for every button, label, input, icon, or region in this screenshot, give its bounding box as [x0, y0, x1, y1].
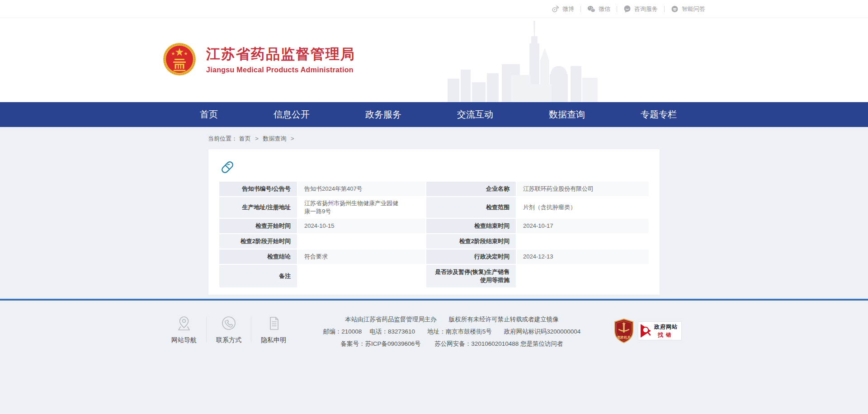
field-value: 告知书2024年第407号 [298, 182, 425, 196]
shield-badge-label: 党政机关 [617, 335, 631, 339]
field-value: 2024-12-13 [517, 249, 649, 264]
table-row: 备注 是否涉及暂停(恢复)生产销售使用等措施 [219, 265, 649, 287]
field-label: 检查结束时间 [426, 219, 516, 233]
smart-qa-link[interactable]: 智能问答 [671, 5, 705, 13]
table-row: 告知书编号/公告号 告知书2024年第407号 企业名称 江苏联环药业股份有限公… [219, 182, 649, 196]
field-value: 江苏省扬州市扬州生物健康产业园健康一路9号 [298, 197, 425, 218]
error-report-badge[interactable]: 政府网站 找错 [638, 321, 682, 340]
brand-block[interactable]: 江苏省药品监督管理局 Jiangsu Medical Products Admi… [163, 42, 355, 76]
footer-link-contact[interactable]: 联系方式 [212, 315, 245, 344]
footer-copyright-line: 本站由江苏省药品监督管理局主办 版权所有未经许可禁止转载或者建立镜像 [301, 313, 603, 325]
top-utility-bar: 微博 微信 咨询服务 [0, 0, 868, 18]
footer-link-divider [206, 317, 207, 343]
city-skyline-graphic [448, 21, 604, 102]
field-value: 江苏联环药业股份有限公司 [517, 182, 649, 196]
consult-service-link[interactable]: 咨询服务 [623, 5, 658, 13]
footer-link-label: 网站导航 [167, 336, 201, 344]
site-title: 江苏省药品监督管理局 [206, 45, 355, 64]
weibo-label: 微博 [562, 5, 574, 13]
national-emblem-icon [163, 42, 196, 76]
site-header: 江苏省药品监督管理局 Jiangsu Medical Products Admi… [0, 18, 868, 102]
field-value [298, 234, 425, 249]
table-row: 生产地址/注册地址 江苏省扬州市扬州生物健康产业园健康一路9号 检查范围 片剂（… [219, 197, 649, 218]
field-label: 是否涉及暂停(恢复)生产销售使用等措施 [426, 265, 516, 287]
phone-icon [220, 315, 237, 332]
primary-nav: 首页 信息公开 政务服务 交流互动 数据查询 专题专栏 [0, 102, 868, 127]
field-label: 行政决定时间 [426, 249, 516, 264]
nav-item-home[interactable]: 首页 [200, 108, 218, 121]
nav-item-info-disclosure[interactable]: 信息公开 [274, 108, 310, 121]
field-value: 2024-10-17 [517, 219, 649, 233]
footer-link-divider [251, 317, 251, 343]
weibo-icon [552, 5, 559, 13]
chat-bubble-icon [623, 5, 631, 13]
topbar-divider [617, 6, 617, 12]
report-badge-title: 政府网站 [654, 323, 678, 331]
magnifier-arrow-icon [640, 323, 652, 339]
nav-item-special-topics[interactable]: 专题专栏 [641, 108, 677, 121]
breadcrumb-separator: > [291, 135, 294, 142]
topbar-divider [580, 6, 581, 12]
smart-qa-label: 智能问答 [682, 5, 705, 13]
field-label: 告知书编号/公告号 [219, 182, 297, 196]
footer-contact-line: 邮编：210008 电话：83273610 地址：南京市鼓楼街5号 政府网站标识… [301, 325, 603, 338]
site-footer: 网站导航 联系方式 隐私申明 本站由江苏省药品监督管理局 [0, 301, 868, 350]
table-row: 检查2阶段开始时间 检查2阶段结束时间 [219, 234, 649, 249]
field-label: 生产地址/注册地址 [219, 197, 297, 218]
field-label: 检查2阶段开始时间 [219, 234, 297, 249]
footer-link-privacy[interactable]: 隐私申明 [257, 315, 290, 344]
field-label: 检查结论 [219, 249, 297, 264]
report-badge-subtitle: 找错 [654, 331, 678, 339]
party-gov-shield-badge[interactable]: 党政机关 [613, 319, 634, 343]
breadcrumb-separator: > [255, 135, 259, 142]
wechat-label: 微信 [599, 5, 610, 13]
footer-link-label: 隐私申明 [257, 336, 290, 344]
wechat-icon [587, 5, 595, 13]
inspection-detail-card: 告知书编号/公告号 告知书2024年第407号 企业名称 江苏联环药业股份有限公… [208, 149, 660, 295]
field-label: 备注 [219, 265, 297, 287]
field-value [517, 265, 649, 287]
table-row: 检查开始时间 2024-10-15 检查结束时间 2024-10-17 [219, 219, 649, 233]
field-value [517, 234, 649, 249]
nav-item-gov-services[interactable]: 政务服务 [365, 108, 401, 121]
nav-item-data-query[interactable]: 数据查询 [549, 108, 585, 121]
table-row: 检查结论 符合要求 行政决定时间 2024-12-13 [219, 249, 649, 264]
breadcrumb-home-link[interactable]: 首页 [239, 135, 251, 142]
map-pin-icon [175, 315, 193, 332]
document-icon [265, 315, 282, 332]
breadcrumb-section-link[interactable]: 数据查询 [263, 135, 286, 142]
nav-item-interaction[interactable]: 交流互动 [457, 108, 493, 121]
robot-icon [671, 5, 679, 13]
footer-link-label: 联系方式 [212, 336, 245, 344]
inspection-detail-table: 告知书编号/公告号 告知书2024年第407号 企业名称 江苏联环药业股份有限公… [218, 181, 650, 288]
pill-icon [219, 159, 236, 175]
field-value: 2024-10-15 [298, 219, 425, 233]
field-value: 符合要求 [298, 249, 425, 264]
field-label: 企业名称 [426, 182, 516, 196]
field-label: 检查2阶段结束时间 [426, 234, 516, 249]
weibo-link[interactable]: 微博 [552, 5, 574, 13]
topbar-divider [664, 6, 665, 12]
field-label: 检查开始时间 [219, 219, 297, 233]
footer-link-sitemap[interactable]: 网站导航 [167, 315, 201, 344]
field-value: 片剂（含抗肿瘤类） [517, 197, 649, 218]
field-label: 检查范围 [426, 197, 516, 218]
breadcrumb-prefix: 当前位置： [208, 135, 237, 142]
field-value [298, 265, 425, 287]
consult-service-label: 咨询服务 [634, 5, 658, 13]
wechat-link[interactable]: 微信 [587, 5, 610, 13]
footer-icp-line: 备案号：苏ICP备09039606号 苏公网安备：32010602010488 … [301, 338, 603, 350]
site-subtitle: Jiangsu Medical Products Administration [206, 66, 355, 74]
breadcrumb: 当前位置： 首页 > 数据查询 > [208, 127, 660, 149]
